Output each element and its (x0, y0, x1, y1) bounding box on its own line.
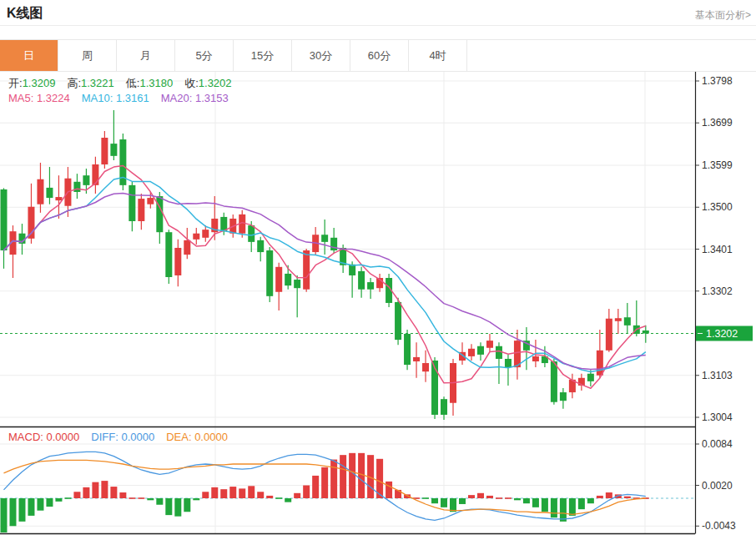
tab-月[interactable]: 月 (117, 40, 175, 71)
macd-hist-bar (147, 498, 154, 500)
candle-body (358, 271, 365, 290)
macd-axis-label: -0.0043 (702, 520, 736, 532)
macd-hist-bar (119, 492, 126, 498)
macd-hist-bar (624, 497, 631, 498)
tab-30分[interactable]: 30分 (292, 40, 350, 71)
macd-hist-bar (386, 482, 392, 498)
chart-canvas[interactable]: 1.37981.36991.35991.35001.34011.33021.31… (0, 72, 756, 540)
macd-hist-bar (486, 496, 493, 498)
macd-hist-bar (312, 476, 319, 498)
candle-body (505, 359, 512, 367)
price-axis-label: 1.3699 (702, 117, 733, 129)
candle-body (110, 144, 117, 156)
macd-hist-bar (248, 486, 255, 498)
candle-body (101, 138, 108, 164)
candle-body (496, 346, 502, 359)
tab-4时[interactable]: 4时 (409, 40, 467, 71)
macd-hist-bar (138, 497, 144, 499)
macd-hist-bar (303, 486, 310, 498)
price-axis-label: 1.3103 (702, 370, 733, 381)
candle-body (147, 198, 154, 204)
macd-hist-bar (532, 498, 539, 507)
candle-body (193, 234, 199, 240)
candle-body (257, 240, 264, 252)
candle-body (174, 248, 181, 275)
macd-hist-bar (422, 497, 429, 499)
macd-hist-bar (597, 496, 603, 498)
macd-hist-bar (37, 498, 43, 511)
ma10-line (4, 177, 646, 371)
candle-body (303, 250, 310, 290)
candle-body (404, 334, 411, 365)
candle-body (92, 164, 98, 185)
kline-chart-widget: K线图 基本面分析> 日周月5分15分30分60分4时 1.37981.3699… (0, 0, 756, 540)
macd-hist-bar (46, 498, 53, 507)
macd-hist-bar (441, 498, 447, 507)
candle-body (606, 319, 612, 351)
tab-周[interactable]: 周 (58, 40, 117, 71)
macd-hist-bar (496, 497, 502, 499)
macd-hist-bar (55, 498, 62, 502)
page-title: K线图 (7, 5, 43, 23)
macd-hist-bar (257, 492, 264, 498)
macd-hist-bar (578, 498, 585, 509)
candle-body (46, 188, 53, 198)
macd-hist-bar (83, 487, 89, 498)
candle-body (55, 197, 62, 200)
candle-body (294, 280, 300, 288)
macd-hist-bar (294, 493, 300, 498)
macd-hist-bar (431, 498, 438, 503)
macd-hist-bar (340, 455, 346, 498)
macd-hist-bar (285, 498, 291, 502)
macd-hist-bar (523, 498, 530, 503)
macd-hist-bar (165, 498, 172, 515)
tab-5分[interactable]: 5分 (175, 40, 234, 71)
candle-body (597, 351, 603, 376)
candle-body (468, 349, 475, 356)
macd-hist-bar (193, 498, 199, 500)
candle-body (285, 274, 291, 285)
price-axis-label: 1.3599 (702, 159, 733, 171)
tab-日[interactable]: 日 (0, 40, 58, 71)
tab-15分[interactable]: 15分 (234, 40, 292, 71)
macd-hist-bar (211, 487, 218, 498)
macd-hist-bar (202, 492, 209, 498)
candle-body (532, 356, 539, 361)
candle-body (624, 317, 631, 326)
macd-hist-bar (468, 495, 475, 498)
fundamental-analysis-link[interactable]: 基本面分析> (695, 8, 751, 23)
macd-hist-bar (156, 498, 163, 505)
macd-hist-bar (73, 492, 80, 498)
macd-hist-bar (551, 498, 557, 517)
tab-60分[interactable]: 60分 (350, 40, 409, 71)
macd-hist-bar (542, 498, 548, 512)
candle-body (275, 267, 282, 292)
macd-hist-bar (321, 467, 328, 498)
macd-hist-bar (505, 497, 512, 499)
candle-body (202, 230, 209, 238)
candle-body (587, 374, 594, 381)
candle-body (560, 392, 567, 401)
macd-hist-bar (330, 460, 337, 498)
macd-hist-bar (174, 498, 181, 517)
macd-hist-bar (9, 498, 16, 526)
macd-hist-bar (110, 487, 117, 498)
candle-body (248, 225, 255, 242)
candle-body (129, 185, 135, 221)
macd-hist-bar (239, 488, 245, 498)
macd-hist-bar (395, 490, 401, 498)
candle-body (83, 175, 89, 185)
candle-body (551, 361, 557, 402)
candle-body (615, 318, 622, 321)
macd-hist-bar (18, 498, 25, 522)
header-divider (0, 25, 756, 26)
macd-hist-bar (92, 482, 98, 498)
candle-body (156, 196, 163, 232)
candle-body (441, 399, 447, 415)
macd-hist-bar (459, 498, 466, 504)
candle-body (73, 182, 80, 192)
candle-body (1, 189, 8, 250)
price-axis-label: 1.3500 (702, 201, 733, 213)
macd-hist-bar (587, 498, 594, 503)
candle-body (138, 199, 144, 221)
